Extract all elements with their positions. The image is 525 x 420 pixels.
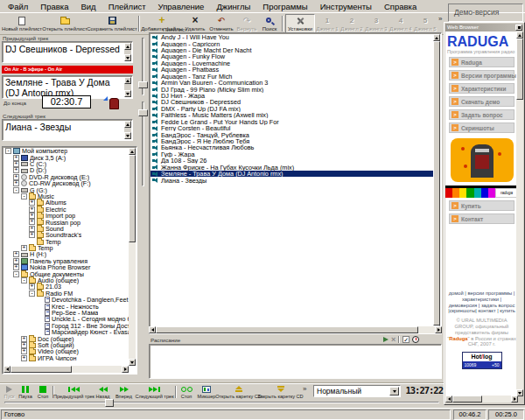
- transport-button-pause[interactable]: Пауза: [17, 385, 34, 399]
- playlist-row[interactable]: Гуф - Жара: [150, 151, 433, 158]
- playlist-row[interactable]: Aquagen - Die Macht Der Nacht: [150, 47, 433, 53]
- playlist-row[interactable]: БандЭрос - Я Не Люблю Тебя: [150, 138, 433, 144]
- slider-thumb[interactable]: [138, 81, 148, 88]
- transport-button-eject-close[interactable]: Закрыть каретку CD: [259, 385, 302, 399]
- volume-slider-a[interactable]: [137, 36, 149, 97]
- toolbar-button-open-playlist[interactable]: Открыть плейлист: [42, 14, 88, 33]
- tree-expander[interactable]: -: [21, 193, 27, 200]
- tree-expander[interactable]: +: [21, 245, 27, 251]
- scroll-up-icon[interactable]: [124, 77, 131, 84]
- scroll-up-icon[interactable]: [124, 43, 131, 50]
- panel-pin-icon[interactable]: [515, 24, 522, 31]
- playlist-row[interactable]: Fedde Le Grand - Put Your Hands Up For: [150, 118, 433, 124]
- transport-button-prev-track[interactable]: Предыдущий трек: [55, 385, 93, 399]
- delete-icon[interactable]: ×: [391, 336, 396, 343]
- playlist-row[interactable]: Aquagen - Lovemachine: [150, 60, 433, 66]
- volume-slider-b[interactable]: [137, 100, 149, 188]
- mini-scrollbar[interactable]: [124, 121, 131, 139]
- playlist-row[interactable]: DJ Свешников - Depressed: [150, 99, 433, 105]
- tree-item[interactable]: +Temp: [4, 245, 129, 251]
- tree-item[interactable]: -Audio (общее): [4, 277, 129, 284]
- scroll-left-icon[interactable]: [445, 396, 452, 402]
- scroll-down-icon[interactable]: [124, 90, 131, 97]
- toolbar-button-digit[interactable]: 4Джингл 4: [388, 14, 413, 33]
- web-horizontal-scrollbar[interactable]: [445, 396, 518, 402]
- scroll-down-icon[interactable]: [129, 359, 136, 366]
- scroll-up-icon[interactable]: [516, 32, 523, 38]
- scroll-up-icon[interactable]: [433, 34, 440, 41]
- web-menu-item[interactable]: >Скачать демо: [449, 96, 514, 107]
- mini-scrollbar[interactable]: [124, 77, 131, 97]
- transport-button-mixer[interactable]: Микшер: [195, 385, 218, 399]
- clock-icon[interactable]: [412, 336, 419, 343]
- scroll-down-icon[interactable]: [124, 54, 131, 61]
- playlist-row[interactable]: Бьянка - Несчастливая Любовь: [150, 144, 433, 150]
- mini-scrollbar[interactable]: [124, 43, 131, 61]
- playlist-row[interactable]: Armin Van Buuren - Communication 3: [150, 80, 433, 86]
- toolbar-button-new-playlist[interactable]: Новый плейлист: [2, 14, 42, 33]
- scroll-up-icon[interactable]: [124, 121, 131, 128]
- tree-item[interactable]: +CD-RW дисковод (F:): [4, 180, 129, 186]
- transport-button-stop-jingle[interactable]: Стоп: [178, 385, 195, 399]
- playlist-row[interactable]: Aquagen - Tanz Fur Mich: [150, 74, 433, 80]
- toolbar-button-search[interactable]: Поиск: [259, 14, 280, 33]
- web-menu-item[interactable]: >Скриншоты: [449, 122, 514, 133]
- playlist-row[interactable]: Да 108 - Say 26: [150, 158, 433, 164]
- position-slider[interactable]: [2, 399, 442, 407]
- playlist-row[interactable]: DMX - Party Up (DJ FA mix): [150, 106, 433, 112]
- playlist-row[interactable]: Земляне - Трава У Дома (DJ Antonio rmx): [150, 171, 433, 177]
- scroll-left-icon[interactable]: [4, 366, 10, 373]
- scroll-up-icon[interactable]: [129, 148, 136, 155]
- playlist-row[interactable]: Aquagen - Funky Flow: [150, 53, 433, 60]
- playlist-row[interactable]: Faithless - Music Matters (Axwell mix): [150, 112, 433, 118]
- transport-button-play[interactable]: Пуск: [2, 385, 17, 399]
- web-menu-item[interactable]: >Raduga: [449, 57, 514, 67]
- scrollbar-thumb[interactable]: [452, 396, 482, 402]
- playlist-row[interactable]: Andy J - I Will Have You: [150, 34, 433, 40]
- web-menu-item[interactable]: >Версии программы: [449, 70, 514, 80]
- menu-item-5[interactable]: Управление: [152, 1, 211, 12]
- tree-horizontal-scrollbar[interactable]: [4, 366, 129, 373]
- toolbar-button-digit[interactable]: 3Джингл 3: [364, 14, 388, 33]
- playlist-row[interactable]: Ferry Corsten - Beautiful: [150, 125, 433, 131]
- web-menu-item[interactable]: >Задать вопрос: [449, 109, 514, 120]
- scroll-left-icon[interactable]: [149, 326, 156, 333]
- tree-item[interactable]: +Диск 3,5 (A:): [4, 154, 129, 160]
- tree-expander[interactable]: +: [21, 355, 27, 361]
- playlist-vertical-scrollbar[interactable]: [433, 34, 440, 332]
- tree-expander[interactable]: -: [29, 290, 35, 297]
- scroll-down-icon[interactable]: [124, 132, 131, 139]
- toolbar-button-undo[interactable]: Отменить: [208, 14, 234, 33]
- playlist-row[interactable]: Лиана - Звезды: [150, 177, 433, 183]
- slider-thumb[interactable]: [138, 109, 148, 116]
- tree-item[interactable]: +Russian pop: [4, 219, 129, 225]
- playlist-horizontal-scrollbar[interactable]: [149, 326, 442, 333]
- tree-item[interactable]: -G (G:): [4, 186, 129, 192]
- playlist-row[interactable]: Жанна Фриске - На Губах Кусочки Льда (mi…: [150, 164, 433, 170]
- playlist-row[interactable]: Aquagen - Capricorn: [150, 40, 433, 46]
- toolbar-button-digit[interactable]: 1Джингл 1: [315, 14, 340, 33]
- playlist-row[interactable]: Aquagen - Phatbass: [150, 66, 433, 73]
- tree-item[interactable]: +Soundtrack's: [4, 232, 129, 238]
- scroll-right-icon[interactable]: [435, 326, 442, 333]
- toolbar-button-redo[interactable]: Вернуть: [234, 14, 259, 33]
- play-icon[interactable]: [383, 337, 388, 342]
- transport-button-next-track[interactable]: Следующий трек: [135, 385, 174, 399]
- toolbar-button-settings[interactable]: Установки: [285, 14, 315, 33]
- scrollbar-thumb[interactable]: [156, 326, 418, 333]
- previous-track-box[interactable]: DJ Свешников - Depressed: [2, 41, 133, 63]
- menu-item-4[interactable]: Плейлист: [102, 1, 152, 12]
- slider-thumb[interactable]: [105, 399, 114, 407]
- footer-links[interactable]: домой | версии программы | характеристик…: [448, 290, 515, 314]
- scrollbar-thumb[interactable]: [129, 155, 136, 242]
- menu-item-2[interactable]: Правка: [34, 1, 74, 12]
- next-track-box[interactable]: Лиана - Звезды: [2, 119, 133, 141]
- transport-button-rewind[interactable]: Назад: [93, 385, 113, 399]
- menu-item-9[interactable]: Справка: [378, 1, 423, 12]
- menu-item-3[interactable]: Вид: [74, 1, 102, 12]
- scrollbar-thumb[interactable]: [10, 366, 72, 373]
- scroll-right-icon[interactable]: [511, 396, 518, 402]
- toolbar-chevron-icon[interactable]: »: [302, 385, 307, 399]
- web-menu-item[interactable]: >Характеристики: [449, 83, 514, 94]
- playlist-row[interactable]: DJ Нил - Жара: [150, 93, 433, 99]
